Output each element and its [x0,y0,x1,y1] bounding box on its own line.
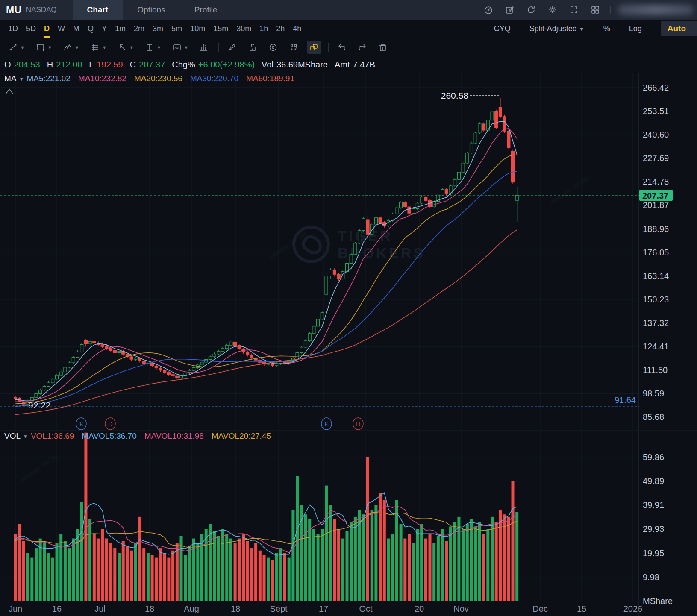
tab-options[interactable]: Options [123,0,179,20]
timeframe-30m[interactable]: 30m [236,20,251,38]
ma-value: MA5:221.02 [26,74,70,83]
adjust-dropdown[interactable]: Split-Adjusted ▼ [529,24,585,33]
toolbar-divider [328,43,329,52]
candle-body [424,197,427,201]
x-axis-label: Aug [184,604,199,613]
delete-tool-button[interactable] [376,41,390,54]
volume-bar [275,553,278,601]
ma-value: MA30:220.70 [190,74,238,83]
timeframe-5d[interactable]: 5D [26,20,36,38]
vol-dropdown[interactable]: VOL▼ [4,431,31,441]
volume-bar [366,457,369,601]
event-marker-d[interactable]: D [353,418,363,430]
volume-bar [30,558,33,601]
volume-bar [296,476,299,601]
timeframe-m[interactable]: M [73,20,79,38]
timeframe-5m[interactable]: 5m [171,20,182,38]
timeframe-2h[interactable]: 2h [276,20,285,38]
shapes-tool-button[interactable]: ▼ [33,41,55,54]
tab-profile[interactable]: Profile [180,0,232,20]
timeframe-y[interactable]: Y [102,20,107,38]
edit-note-icon[interactable] [505,5,515,15]
volume-bar [151,555,154,601]
volume-bar [93,534,96,601]
visibility-tool-button[interactable] [266,41,280,54]
chart-canvas[interactable]: 266.42253.51240.60227.69214.78201.87188.… [0,0,697,616]
x-axis-label: Oct [359,604,373,613]
volume-bar [441,529,444,601]
timeframe-3m[interactable]: 3m [153,20,163,38]
event-marker-e[interactable]: E [76,418,86,430]
candle-body [474,133,477,143]
candle-body [400,202,403,208]
magnet-tool-button[interactable] [286,41,301,54]
timeframe-4h[interactable]: 4h [293,20,301,38]
timeframe-q[interactable]: Q [88,20,94,38]
volume-bar [35,548,38,601]
settings-icon[interactable] [548,5,557,15]
volume-bar [64,541,67,601]
volume-bar [457,517,460,601]
candle-body [512,151,515,182]
log-scale-button[interactable]: Log [629,24,642,33]
trading-app-window: { "header": { "symbol": "MU", "exchange"… [0,0,697,616]
gauge-icon[interactable] [484,5,493,15]
redo-tool-button[interactable] [355,41,370,54]
indicator-tool-button[interactable] [197,41,212,54]
candle-body [482,124,485,130]
timeframe-10m[interactable]: 10m [190,20,205,38]
measure-tool-button[interactable]: ▼ [142,41,164,54]
event-marker-e[interactable]: E [321,418,332,430]
candle-body [495,111,498,127]
timeframe-15m[interactable]: 15m [213,20,228,38]
volume-bar [59,534,62,601]
timeframe-1m[interactable]: 1m [115,20,126,38]
svg-text:D: D [356,421,361,428]
current-price-value: 207.37 [642,191,668,200]
chevron-down-icon: ▼ [75,45,79,50]
volume-tick: 39.91 [643,500,664,510]
brush-tool-button[interactable] [225,41,239,54]
timeframe-2m[interactable]: 2m [134,20,144,38]
lock-tool-button[interactable] [245,41,260,54]
volume-bar [291,510,294,601]
event-marker-d[interactable]: D [105,418,115,430]
candle-body [304,341,307,347]
volume-bar [279,548,282,601]
trend-line-tool-button[interactable]: ▼ [6,41,27,54]
ma-dropdown[interactable]: MA▼ [4,74,26,83]
x-axis-label: 17 [319,604,328,613]
pattern-tool-button[interactable]: ▼ [61,41,82,54]
volume-bar [341,539,344,601]
account-info-blurred[interactable] [618,5,694,15]
candle-body [159,368,162,370]
undo-tool-button[interactable] [335,41,349,54]
candle-body [217,351,220,354]
volume-bar [72,539,75,601]
volume-tick: 19.95 [643,549,664,558]
timeframe-d[interactable]: D [44,20,50,38]
auto-scale-button[interactable]: Auto [661,21,697,36]
price-tick: 176.05 [643,248,669,257]
candle-body [374,218,377,224]
volume-bar [416,529,419,601]
cyq-button[interactable]: CYQ [494,24,511,33]
volume-bar [420,524,423,601]
timeframe-w[interactable]: W [58,20,65,38]
text-tool-button[interactable]: Aa▼ [170,41,191,54]
gann-tool-button[interactable]: ▼ [88,41,109,54]
link-tool-button[interactable] [307,41,321,54]
candle-body [109,348,112,350]
tab-chart[interactable]: Chart [73,0,123,20]
candle-body [155,366,158,368]
price-tick: 227.69 [643,153,669,163]
refresh-icon[interactable] [526,5,536,15]
layout-grid-icon[interactable] [591,5,600,15]
timeframe-1h[interactable]: 1h [259,20,268,38]
collapse-pane-chevron-icon[interactable] [6,89,13,94]
arrow-tool-button[interactable]: ▼ [115,41,137,54]
fullscreen-icon[interactable] [569,5,579,15]
timeframe-1d[interactable]: 1D [8,20,18,38]
percent-scale-button[interactable]: % [603,24,610,33]
volume-bar [321,529,324,601]
